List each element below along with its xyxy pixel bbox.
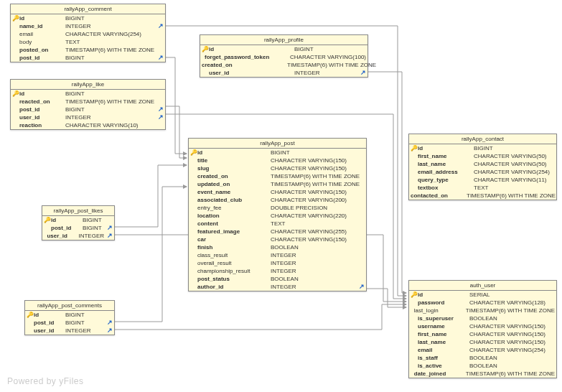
table-like[interactable]: rallyApp_like🔑idBIGINTreacted_onTIMESTAM… [10,79,166,130]
column-name: name_id [19,22,65,30]
column-type: TIMESTAMP(6) WITH TIME ZONE [65,46,164,54]
column-row: user_idINTEGER↗ [200,69,367,77]
column-type: TIMESTAMP(6) WITH TIME ZONE [466,307,555,314]
column-name: email_address [418,168,474,176]
column-name: id [34,311,65,319]
footer-credit: Powered by yFiles [7,376,84,386]
column-type: CHARACTER VARYING(10) [65,121,164,129]
table-post_likes[interactable]: rallyApp_post_likes🔑idBIGINTpost_idBIGIN… [42,205,115,241]
column-name: body [19,38,65,46]
column-row: last_nameCHARACTER VARYING(150) [409,338,556,346]
column-name: post_id [19,106,65,113]
column-name: featured_image [197,228,271,235]
column-name: is_superuser [418,314,469,322]
column-row: class_resultINTEGER [189,251,366,259]
column-type: TIMESTAMP(6) WITH TIME ZONE [271,172,365,180]
column-name: associated_club [197,196,271,204]
foreign-key-icon: ↗ [104,224,113,232]
column-name: content [197,220,271,228]
column-name: forget_password_token [205,53,290,61]
column-row: first_nameCHARACTER VARYING(50) [409,152,556,160]
column-name: user_id [19,113,65,121]
column-row: overall_resultINTEGER [189,259,366,267]
column-row: emailCHARACTER VARYING(254) [409,346,556,354]
column-row: is_activeBOOLEAN [409,362,556,370]
column-type: CHARACTER VARYING(150) [271,188,365,196]
column-name: posted_on [19,46,65,54]
column-type: TEXT [271,220,365,228]
column-type: CHARACTER VARYING(254) [65,30,164,38]
column-row: slugCHARACTER VARYING(150) [189,164,366,172]
column-name: is_active [418,362,469,370]
table-post_comments[interactable]: rallyApp_post_comments🔑idBIGINTpost_idBI… [24,300,115,335]
column-type: BOOLEAN [271,275,365,283]
table-post[interactable]: rallyApp_post🔑idBIGINTtitleCHARACTER VAR… [188,138,367,291]
table-auth_user[interactable]: auth_user🔑idSERIALpasswordCHARACTER VARY… [408,280,557,378]
column-name: id [418,291,469,299]
column-type: BIGINT [271,149,365,157]
column-type: CHARACTER VARYING(150) [271,157,365,164]
column-type: BIGINT [65,311,113,319]
table-contact[interactable]: rallyApp_contact🔑idBIGINTfirst_nameCHARA… [408,134,557,200]
column-type: BIGINT [65,319,104,327]
column-row: created_onTIMESTAMP(6) WITH TIME ZONE [200,61,367,69]
column-row: reactionCHARACTER VARYING(10) [11,121,165,129]
column-name: updated_on [197,180,271,188]
column-row: 🔑idBIGINT [42,216,114,224]
column-name: user_id [47,232,78,240]
foreign-key-icon: ↗ [155,106,164,113]
column-row: featured_imageCHARACTER VARYING(255) [189,228,366,235]
table-comment[interactable]: rallyApp_comment🔑idBIGINTname_idINTEGER↗… [10,4,166,62]
column-name: date_joined [414,370,466,378]
column-type: BIGINT [83,216,113,224]
column-type: BIGINT [65,54,155,62]
column-row: post_idBIGINT↗ [11,106,165,113]
column-type: CHARACTER VARYING(150) [271,235,365,243]
column-name: contacted_on [411,192,467,200]
column-row: date_joinedTIMESTAMP(6) WITH TIME ZONE [409,370,556,378]
column-row: forget_password_tokenCHARACTER VARYING(1… [200,53,367,61]
column-name: user_id [34,327,65,335]
column-row: is_staffBOOLEAN [409,354,556,362]
column-name: textbox [418,184,474,192]
table-header: rallyApp_post [189,139,366,149]
column-name: last_login [414,307,466,314]
column-type: INTEGER [271,267,365,275]
column-row: contacted_onTIMESTAMP(6) WITH TIME ZONE [409,192,556,200]
column-row: user_idINTEGER↗ [11,113,165,121]
column-name: post_id [51,224,83,232]
column-type: BOOLEAN [469,354,555,362]
column-row: usernameCHARACTER VARYING(150) [409,322,556,330]
column-row: name_idINTEGER↗ [11,22,165,30]
column-name: id [51,216,83,224]
column-name: championship_result [197,267,271,275]
column-name: author_id [197,283,271,291]
column-name: created_on [197,172,271,180]
column-type: INTEGER [65,113,155,121]
column-row: post_idBIGINT↗ [42,224,114,232]
column-type: CHARACTER VARYING(220) [271,212,365,220]
primary-key-icon: 🔑 [202,45,209,53]
column-type: CHARACTER VARYING(11) [474,176,555,184]
table-profile[interactable]: rallyApp_profile🔑idBIGINTforget_password… [200,34,368,78]
column-type: INTEGER [271,283,356,291]
column-type: BIGINT [294,45,366,53]
column-name: last_name [418,338,469,346]
column-row: entry_feeDOUBLE PRECISION [189,204,366,212]
column-name: entry_fee [197,204,271,212]
column-name: id [19,90,65,98]
column-type: CHARACTER VARYING(150) [469,322,555,330]
column-type: CHARACTER VARYING(128) [469,299,555,307]
column-type: CHARACTER VARYING(255) [271,228,365,235]
column-row: finishBOOLEAN [189,243,366,251]
foreign-key-icon: ↗ [155,22,164,30]
column-type: BIGINT [65,14,164,22]
column-type: INTEGER [294,69,357,77]
column-type: TIMESTAMP(6) WITH TIME ZONE [287,61,376,69]
column-type: BOOLEAN [271,243,365,251]
foreign-key-icon: ↗ [104,232,113,240]
column-name: id [209,45,294,53]
primary-key-icon: 🔑 [190,149,197,157]
column-row: 🔑idBIGINT [11,90,165,98]
column-row: 🔑idBIGINT [189,149,366,157]
